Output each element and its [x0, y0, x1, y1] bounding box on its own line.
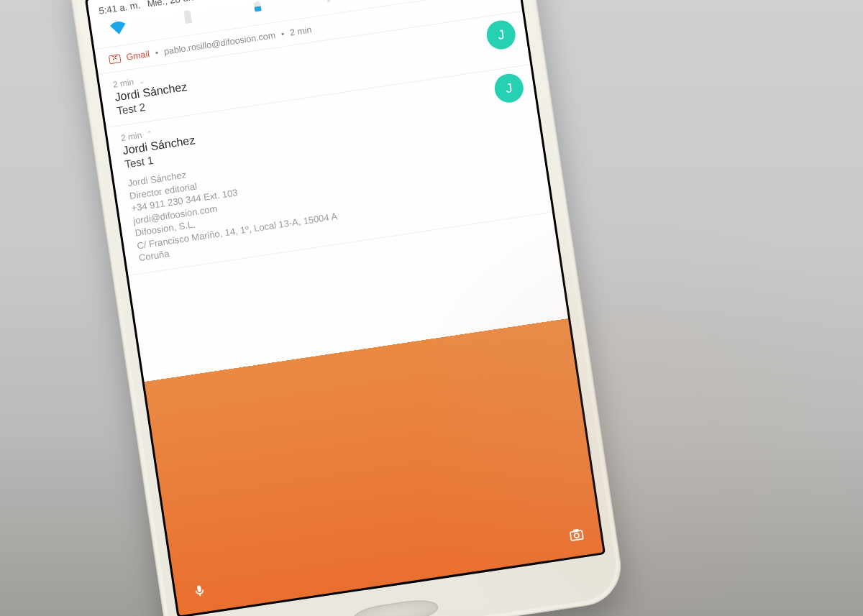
- wifi-icon[interactable]: [108, 17, 129, 38]
- dot-separator: •: [155, 47, 159, 58]
- camera-icon[interactable]: [567, 525, 585, 543]
- chevron-down-icon: ⌄: [137, 75, 145, 86]
- notification-age: 2 min: [289, 24, 312, 37]
- svg-rect-6: [573, 529, 579, 533]
- chevron-up-icon: ⌃: [145, 129, 153, 139]
- dot-separator: •: [280, 29, 285, 39]
- notification-app-name: Gmail: [126, 49, 150, 63]
- search-bar: [173, 510, 603, 615]
- photo-scene: 5:41 a. m. Mié., 28 dic.: [0, 0, 863, 616]
- gmail-icon: [109, 54, 122, 64]
- mic-icon[interactable]: [191, 581, 209, 599]
- sim-icon[interactable]: [177, 6, 198, 28]
- bluetooth-icon[interactable]: [316, 0, 338, 6]
- phone-bezel: 5:41 a. m. Mié., 28 dic.: [85, 0, 606, 616]
- phone-screen: 5:41 a. m. Mié., 28 dic.: [87, 0, 603, 616]
- battery-icon[interactable]: [247, 0, 268, 17]
- svg-rect-1: [255, 6, 262, 12]
- svg-rect-4: [570, 530, 583, 541]
- svg-rect-3: [197, 585, 201, 592]
- chevron-up-icon: ⌃: [501, 0, 510, 6]
- svg-point-5: [574, 533, 579, 538]
- phone-body: 5:41 a. m. Mié., 28 dic.: [65, 0, 626, 616]
